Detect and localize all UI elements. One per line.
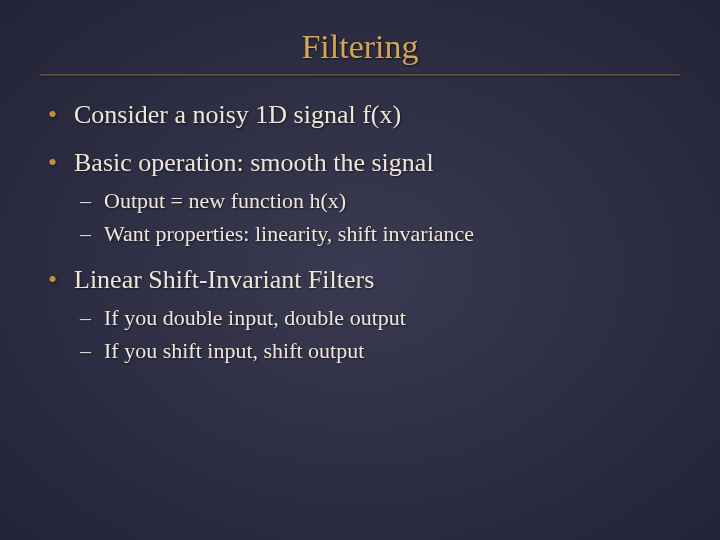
slide-title: Filtering (40, 28, 680, 66)
sub-item: If you double input, double output (74, 303, 680, 333)
bullet-list: Consider a noisy 1D signal f(x) Basic op… (40, 98, 680, 366)
bullet-item: Basic operation: smooth the signal Outpu… (40, 146, 680, 249)
bullet-text: Consider a noisy 1D signal f(x) (74, 100, 401, 129)
title-rule (40, 74, 680, 76)
bullet-text: Linear Shift-Invariant Filters (74, 265, 374, 294)
bullet-item: Consider a noisy 1D signal f(x) (40, 98, 680, 132)
sub-list: If you double input, double output If yo… (74, 303, 680, 366)
sub-item: Want properties: linearity, shift invari… (74, 219, 680, 249)
sub-item: Output = new function h(x) (74, 186, 680, 216)
sub-item: If you shift input, shift output (74, 336, 680, 366)
sub-list: Output = new function h(x) Want properti… (74, 186, 680, 249)
bullet-text: Basic operation: smooth the signal (74, 148, 434, 177)
slide: Filtering Consider a noisy 1D signal f(x… (0, 0, 720, 540)
bullet-item: Linear Shift-Invariant Filters If you do… (40, 263, 680, 366)
